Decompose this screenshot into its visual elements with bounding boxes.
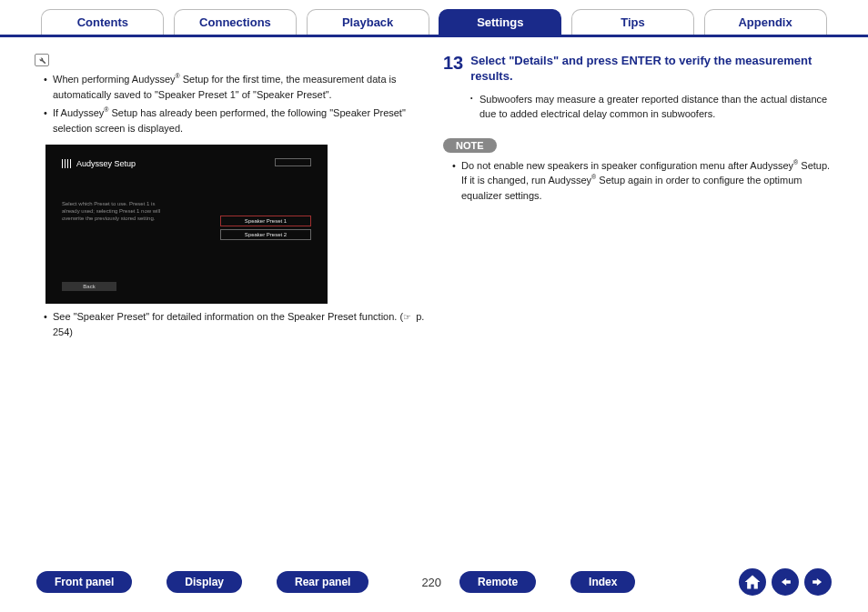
footnote-list: See "Speaker Preset" for detailed inform… bbox=[35, 309, 425, 339]
text: If Audyssey bbox=[53, 107, 104, 118]
step-number: 13 bbox=[443, 54, 463, 85]
nav-icons bbox=[739, 568, 832, 596]
eq-icon bbox=[62, 159, 71, 168]
wrench-icon bbox=[35, 54, 49, 66]
prev-page-button[interactable] bbox=[772, 568, 799, 596]
footnote: See "Speaker Preset" for detailed inform… bbox=[44, 309, 425, 339]
step-detail-item: Subwoofers may measure a greater reporte… bbox=[470, 92, 833, 122]
tab-settings[interactable]: Settings bbox=[439, 9, 561, 35]
footer: Front panel Display Rear panel 220 Remot… bbox=[0, 568, 868, 596]
info-item-2: If Audyssey® Setup has already been perf… bbox=[44, 105, 425, 135]
embedded-screenshot: Audyssey Setup Select which Preset to us… bbox=[45, 145, 328, 304]
front-panel-button[interactable]: Front panel bbox=[36, 571, 132, 593]
index-button[interactable]: Index bbox=[570, 571, 635, 593]
column-left: When performing Audyssey® Setup for the … bbox=[35, 54, 425, 343]
text: When performing Audyssey bbox=[53, 74, 176, 85]
content: When performing Audyssey® Setup for the … bbox=[0, 37, 868, 343]
rear-panel-button[interactable]: Rear panel bbox=[277, 571, 368, 593]
display-button[interactable]: Display bbox=[167, 571, 242, 593]
tab-connections[interactable]: Connections bbox=[174, 9, 297, 35]
ss-title: Audyssey Setup bbox=[62, 159, 311, 168]
column-right: 13 Select "Details" and press ENTER to v… bbox=[443, 54, 833, 343]
reference-icon: ☞ bbox=[403, 312, 411, 322]
remote-button[interactable]: Remote bbox=[459, 571, 536, 593]
text: Do not enable new speakers in speaker co… bbox=[461, 160, 793, 171]
audyssey-badge bbox=[275, 158, 311, 166]
ss-back-button: Back bbox=[62, 282, 116, 291]
preset-2-button: Speaker Preset 2 bbox=[220, 229, 311, 240]
preset-1-button: Speaker Preset 1 bbox=[220, 216, 311, 226]
info-item-1: When performing Audyssey® Setup for the … bbox=[44, 72, 425, 102]
step-13: 13 Select "Details" and press ENTER to v… bbox=[443, 54, 833, 85]
ss-title-text: Audyssey Setup bbox=[76, 159, 136, 168]
note-item: Do not enable new speakers in speaker co… bbox=[452, 158, 833, 204]
page-number: 220 bbox=[421, 576, 441, 589]
note-list: Do not enable new speakers in speaker co… bbox=[443, 158, 833, 204]
tab-appendix[interactable]: Appendix bbox=[704, 9, 827, 35]
info-list: When performing Audyssey® Setup for the … bbox=[35, 72, 425, 135]
top-tabs: Contents Connections Playback Settings T… bbox=[0, 0, 868, 37]
ss-desc: Select which Preset to use. Preset 1 is … bbox=[62, 201, 171, 222]
home-button[interactable] bbox=[739, 568, 766, 596]
note-label: NOTE bbox=[443, 138, 497, 153]
tab-playback[interactable]: Playback bbox=[307, 9, 429, 35]
next-page-button[interactable] bbox=[804, 568, 832, 596]
step-title: Select "Details" and press ENTER to veri… bbox=[470, 54, 833, 85]
text: See "Speaker Preset" for detailed inform… bbox=[53, 311, 403, 322]
tab-contents[interactable]: Contents bbox=[41, 9, 164, 35]
step-detail-list: Subwoofers may measure a greater reporte… bbox=[443, 92, 833, 122]
tab-tips[interactable]: Tips bbox=[571, 9, 694, 35]
ss-presets: Speaker Preset 1 Speaker Preset 2 bbox=[220, 216, 311, 243]
